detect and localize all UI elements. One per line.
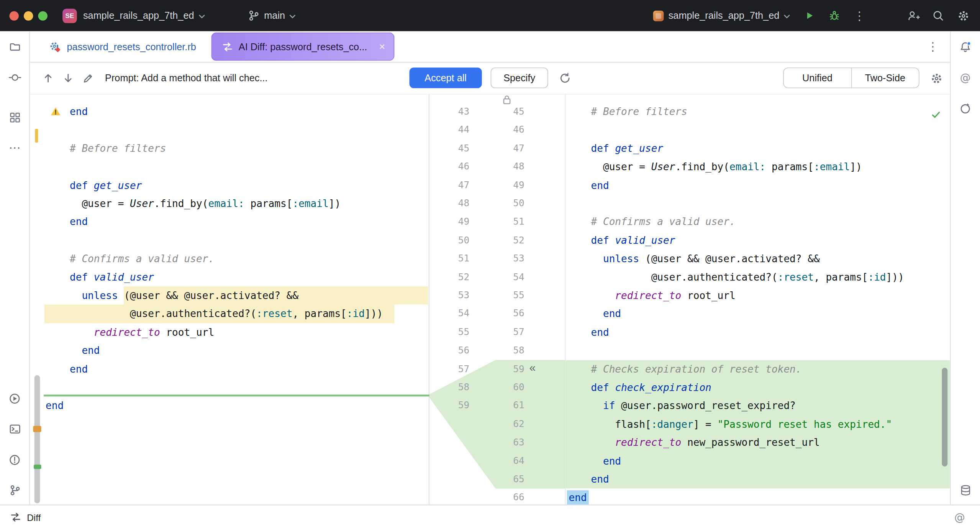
accept-all-button[interactable]: Accept all — [410, 67, 482, 88]
code-token: valid_user — [615, 234, 675, 246]
code-line[interactable]: end — [46, 360, 88, 378]
debug-button[interactable] — [824, 5, 845, 26]
previous-change-button[interactable] — [40, 70, 56, 86]
code-line[interactable]: def valid_user — [46, 268, 154, 286]
database-button[interactable] — [955, 480, 976, 501]
minimize-window-button[interactable] — [24, 11, 33, 20]
code-line[interactable]: # Confirms a valid user. — [567, 213, 736, 231]
close-window-button[interactable] — [9, 11, 18, 20]
change-marker-green — [34, 465, 41, 469]
code-line[interactable]: redirect_to new_password_reset_url — [567, 434, 820, 452]
specify-button[interactable]: Specify — [491, 67, 548, 88]
two-side-view-button[interactable]: Two-Side — [851, 68, 919, 88]
code-line[interactable]: @user = User.find_by(email: params[:emai… — [46, 194, 341, 213]
ai-assistant-button[interactable]: @ — [955, 67, 976, 88]
tab-options-button[interactable]: ⋮ — [927, 39, 939, 54]
version-control-tool-button[interactable] — [4, 480, 25, 501]
inspections-ok-icon[interactable] — [931, 109, 941, 122]
project-badge: SE — [62, 8, 77, 23]
code-line[interactable]: end — [567, 176, 609, 194]
problems-tool-button[interactable] — [4, 449, 25, 470]
code-line[interactable]: end — [567, 323, 609, 342]
code-line[interactable]: def check_expiration — [567, 378, 711, 397]
code-line[interactable]: # Checks expiration of reset token. — [567, 360, 802, 378]
code-line[interactable]: end — [46, 397, 64, 415]
code-line[interactable]: unless (@user && @user.activated? && — [46, 286, 298, 305]
line-number: 47 — [429, 176, 469, 194]
revert-change-icon[interactable]: « — [529, 360, 536, 378]
code-line[interactable]: if @user.password_reset_expired? — [567, 397, 796, 415]
code-token: # Confirms a valid user. — [567, 216, 736, 228]
code-line[interactable]: unless (@user && @user.activated? && — [567, 250, 820, 268]
code-token: @user — [651, 253, 682, 264]
line-number: 44 — [429, 121, 469, 139]
code-token: @user — [184, 289, 215, 301]
project-tool-button[interactable] — [4, 36, 25, 58]
more-actions-button[interactable]: ⋮ — [849, 5, 870, 26]
code-token: :id — [347, 308, 365, 320]
code-token — [88, 271, 94, 283]
code-line[interactable]: redirect_to root_url — [46, 323, 214, 342]
code-token — [46, 345, 82, 356]
code-line[interactable]: # Confirms a valid user. — [46, 250, 214, 268]
code-token — [567, 289, 615, 301]
editor-tab-bar: password_resets_controller.rb AI Diff: p… — [30, 31, 950, 63]
tab-password-resets-controller[interactable]: password_resets_controller.rb — [38, 31, 207, 62]
structure-tool-button[interactable] — [4, 107, 25, 128]
code-line[interactable]: flash[:danger] = "Password reset has exp… — [567, 415, 892, 434]
commit-tool-button[interactable] — [4, 67, 25, 88]
add-user-button[interactable] — [903, 5, 924, 26]
code-line[interactable]: @user = User.find_by(email: params[:emai… — [567, 158, 862, 176]
history-button[interactable] — [955, 97, 976, 118]
ai-status-icon[interactable]: @ — [954, 511, 965, 524]
line-numbers-original: 4344454647484950515253545556575859 — [429, 94, 469, 504]
code-line[interactable]: def valid_user — [567, 231, 675, 250]
settings-button[interactable] — [952, 5, 973, 26]
close-icon[interactable]: × — [379, 41, 385, 52]
code-line[interactable]: end — [567, 305, 621, 323]
database-icon — [959, 484, 972, 497]
more-tools-button[interactable]: ⋯ — [4, 137, 25, 158]
code-line[interactable]: # Before filters — [46, 139, 166, 158]
services-tool-button[interactable] — [4, 388, 25, 409]
pencil-icon — [82, 72, 95, 85]
project-switcher[interactable]: sample_rails_app_7th_ed — [83, 10, 205, 21]
code-line[interactable]: # Before filters — [567, 103, 687, 121]
line-number: 56 — [429, 342, 469, 360]
code-line[interactable]: @user.authenticated?(:reset, params[:id]… — [567, 268, 904, 286]
regenerate-button[interactable] — [557, 70, 573, 86]
unified-view-button[interactable]: Unified — [784, 68, 851, 88]
edit-prompt-button[interactable] — [80, 70, 96, 86]
code-line[interactable]: def get_user — [46, 176, 142, 194]
code-line[interactable]: end — [567, 452, 621, 470]
code-token: end — [591, 179, 609, 191]
search-button[interactable] — [928, 5, 949, 26]
diff-settings-button[interactable] — [928, 70, 944, 86]
run-config-selector[interactable]: sample_rails_app_7th_ed — [654, 10, 790, 21]
code-token — [46, 179, 70, 191]
code-token: end — [603, 308, 621, 320]
code-line[interactable]: end — [46, 213, 88, 231]
zoom-window-button[interactable] — [38, 11, 48, 20]
code-line[interactable]: end — [46, 342, 100, 360]
branch-switcher[interactable]: main — [247, 9, 296, 22]
notifications-button[interactable] — [955, 36, 976, 58]
diff-pane-original[interactable]: end # Before filters def get_user @user … — [30, 94, 429, 504]
code-line[interactable]: end — [567, 489, 589, 505]
code-line[interactable]: redirect_to root_url — [567, 286, 736, 305]
code-line[interactable]: end — [567, 470, 609, 489]
code-line[interactable]: @user.authenticated?(:reset, params[:id]… — [46, 305, 383, 323]
line-number: 55 — [473, 286, 524, 305]
line-number: 64 — [473, 452, 524, 470]
right-scrollbar-thumb[interactable] — [942, 368, 947, 467]
tab-ai-diff[interactable]: AI Diff: password_resets_co... × — [211, 33, 395, 61]
run-button[interactable] — [799, 5, 820, 26]
sync-scroll-lock-icon[interactable] — [502, 94, 512, 107]
left-scrollbar-thumb[interactable] — [34, 375, 40, 503]
next-change-button[interactable] — [60, 70, 76, 86]
terminal-tool-button[interactable] — [4, 418, 25, 439]
diff-pane-revised[interactable]: # Before filters def get_user @user = Us… — [565, 94, 950, 504]
bell-icon — [959, 40, 972, 53]
code-line[interactable]: def get_user — [567, 139, 663, 158]
line-number: 45 — [429, 139, 469, 158]
